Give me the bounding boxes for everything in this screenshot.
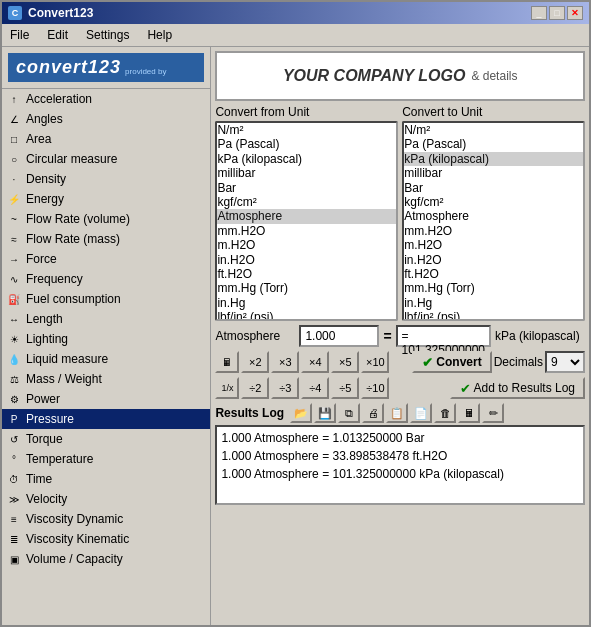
save-button[interactable]: 💾 [314,403,336,423]
sidebar-item-density[interactable]: · Density [2,169,210,189]
close-button[interactable]: ✕ [567,6,583,20]
sidebar-label: Acceleration [26,92,92,106]
main-window: C Convert123 _ □ ✕ File Edit Settings He… [0,0,591,627]
sidebar-item-force[interactable]: → Force [2,249,210,269]
multiply3-button[interactable]: ×3 [271,351,299,373]
sidebar-item-flow-mass[interactable]: ≈ Flow Rate (mass) [2,229,210,249]
sidebar-label: Energy [26,192,64,206]
sidebar-label: Pressure [26,412,74,426]
energy-icon: ⚡ [6,191,22,207]
circular-icon: ○ [6,151,22,167]
copy2-button[interactable]: 📄 [410,403,432,423]
multiply4-button[interactable]: ×4 [301,351,329,373]
sidebar-label: Temperature [26,452,93,466]
sidebar-item-acceleration[interactable]: ↑ Acceleration [2,89,210,109]
sidebar-item-viscosity-kinematic[interactable]: ≣ Viscosity Kinematic [2,529,210,549]
flow-mass-icon: ≈ [6,231,22,247]
sidebar-label: Volume / Capacity [26,552,123,566]
sidebar-label: Density [26,172,66,186]
add-results-button[interactable]: ✔ Add to Results Log [450,377,585,399]
sidebar-item-angles[interactable]: ∠ Angles [2,109,210,129]
menu-settings[interactable]: Settings [82,26,133,44]
flow-volume-icon: ~ [6,211,22,227]
time-icon: ⏱ [6,471,22,487]
multiply5-button[interactable]: ×5 [331,351,359,373]
company-details: & details [471,69,517,83]
multiply2-button[interactable]: ×2 [241,351,269,373]
inverse-button[interactable]: 1/x [215,377,239,399]
sidebar-item-liquid[interactable]: 💧 Liquid measure [2,349,210,369]
plus10-button[interactable]: ÷10 [361,377,389,399]
sidebar-item-flow-volume[interactable]: ~ Flow Rate (volume) [2,209,210,229]
title-buttons: _ □ ✕ [531,6,583,20]
sidebar-item-fuel[interactable]: ⛽ Fuel consumption [2,289,210,309]
check-icon: ✔ [422,355,433,370]
density-icon: · [6,171,22,187]
copy1-button[interactable]: 📋 [386,403,408,423]
sidebar-item-area[interactable]: □ Area [2,129,210,149]
menu-help[interactable]: Help [143,26,176,44]
minimize-button[interactable]: _ [531,6,547,20]
sidebar-item-frequency[interactable]: ∿ Frequency [2,269,210,289]
plus4-button[interactable]: ÷4 [301,377,329,399]
copy-all-button[interactable]: ⧉ [338,403,360,423]
acceleration-icon: ↑ [6,91,22,107]
equals-sign: = [383,328,391,344]
plus5-button[interactable]: ÷5 [331,377,359,399]
decimals-select[interactable]: 012345678910 [545,351,585,373]
open-button[interactable]: 📂 [290,403,312,423]
sidebar-item-volume[interactable]: ▣ Volume / Capacity [2,549,210,569]
add-results-label: Add to Results Log [474,381,575,395]
sidebar-label: Flow Rate (mass) [26,232,120,246]
app-logo-text: convert123 [16,57,121,78]
sidebar-item-velocity[interactable]: ≫ Velocity [2,489,210,509]
to-unit-listbox[interactable]: N/m²Pa (Pascal)kPa (kilopascal)millibarB… [402,121,585,321]
sidebar-item-power[interactable]: ⚙ Power [2,389,210,409]
calculator-button[interactable]: 🖩 [215,351,239,373]
to-unit-group: Convert to Unit N/m²Pa (Pascal)kPa (kilo… [402,105,585,321]
sidebar-label: Lighting [26,332,68,346]
input-value-field[interactable] [299,325,379,347]
from-unit-listbox[interactable]: N/m²Pa (Pascal)kPa (kilopascal)millibarB… [215,121,398,321]
power-icon: ⚙ [6,391,22,407]
edit-button[interactable]: ✏ [482,403,504,423]
menu-file[interactable]: File [6,26,33,44]
sidebar-label: Time [26,472,52,486]
sidebar-item-mass[interactable]: ⚖ Mass / Weight [2,369,210,389]
sidebar-item-lighting[interactable]: ☀ Lighting [2,329,210,349]
sidebar-item-energy[interactable]: ⚡ Energy [2,189,210,209]
convert-button[interactable]: ✔ Convert [412,351,491,373]
delete-button[interactable]: 🗑 [434,403,456,423]
sidebar-label: Frequency [26,272,83,286]
input-row: Atmosphere = = 101.325000000 kPa (kilopa… [215,325,585,347]
maximize-button[interactable]: □ [549,6,565,20]
log-entry-1: 1.000 Atmosphere = 1.013250000 Bar [221,429,579,447]
sidebar-item-pressure[interactable]: P Pressure [2,409,210,429]
sidebar-label: Mass / Weight [26,372,102,386]
viscosity-dynamic-icon: ≡ [6,511,22,527]
menu-edit[interactable]: Edit [43,26,72,44]
company-logo-text: YOUR COMPANY LOGO [283,67,466,85]
sidebar-label: Area [26,132,51,146]
print-button[interactable]: 🖨 [362,403,384,423]
sidebar-item-length[interactable]: ↔ Length [2,309,210,329]
sidebar-item-torque[interactable]: ↺ Torque [2,429,210,449]
sidebar-item-time[interactable]: ⏱ Time [2,469,210,489]
plus2-button[interactable]: ÷2 [241,377,269,399]
input-unit-label: Atmosphere [215,329,295,343]
sidebar-item-circular[interactable]: ○ Circular measure [2,149,210,169]
sidebar-label: Fuel consumption [26,292,121,306]
calc2-button[interactable]: 🖩 [458,403,480,423]
sidebar-label: Torque [26,432,63,446]
sidebar-label: Velocity [26,492,67,506]
results-log-label: Results Log [215,406,284,420]
main-content: convert123 provided by ↑ Acceleration ∠ … [2,47,589,625]
right-panel: YOUR COMPANY LOGO & details Convert from… [211,47,589,625]
mass-icon: ⚖ [6,371,22,387]
frequency-icon: ∿ [6,271,22,287]
plus-icon: ✔ [460,381,471,396]
sidebar-item-temperature[interactable]: ° Temperature [2,449,210,469]
plus3-button[interactable]: ÷3 [271,377,299,399]
multiply10-button[interactable]: ×10 [361,351,389,373]
sidebar-item-viscosity-dynamic[interactable]: ≡ Viscosity Dynamic [2,509,210,529]
